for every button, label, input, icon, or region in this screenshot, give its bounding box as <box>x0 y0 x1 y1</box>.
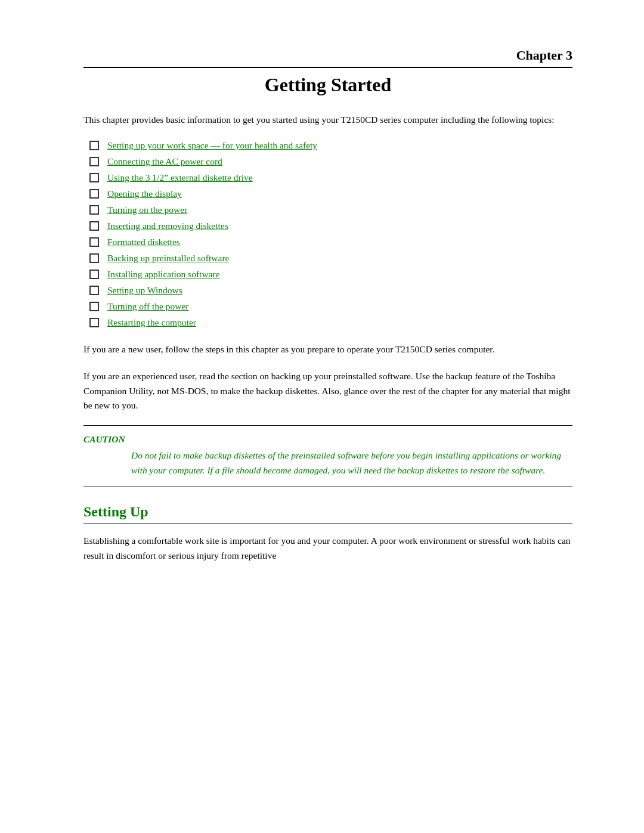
checkbox-icon <box>89 173 99 182</box>
toc-item: Setting up Windows <box>89 285 572 296</box>
toc-item: Formatted diskettes <box>89 237 572 247</box>
checkbox-icon <box>89 286 99 295</box>
toc-item: Turning on the power <box>89 205 572 215</box>
chapter-title: Getting Started <box>83 74 572 96</box>
chapter-label: Chapter 3 <box>83 48 572 68</box>
toc-item: Inserting and removing diskettes <box>89 221 572 231</box>
toc-link-11[interactable]: Restarting the computer <box>107 317 196 328</box>
checkbox-icon <box>89 253 99 263</box>
checkbox-icon <box>89 141 99 150</box>
toc-list: Setting up your work space — for your he… <box>89 140 572 328</box>
toc-link-7[interactable]: Backing up preinstalled software <box>107 253 229 264</box>
toc-link-0[interactable]: Setting up your work space — for your he… <box>107 140 317 151</box>
intro-paragraph: This chapter provides basic information … <box>83 113 572 127</box>
caution-block: CAUTION Do not fail to make backup diske… <box>83 425 572 487</box>
toc-link-5[interactable]: Inserting and removing diskettes <box>107 221 228 231</box>
toc-item: Backing up preinstalled software <box>89 253 572 264</box>
checkbox-icon <box>89 237 99 247</box>
checkbox-icon <box>89 157 99 166</box>
toc-item: Installing application software <box>89 269 572 280</box>
checkbox-icon <box>89 318 99 327</box>
toc-link-8[interactable]: Installing application software <box>107 269 220 280</box>
toc-link-10[interactable]: Turning off the power <box>107 301 188 312</box>
body-paragraph: If you are a new user, follow the steps … <box>83 342 572 357</box>
toc-item: Restarting the computer <box>89 317 572 328</box>
toc-item: Setting up your work space — for your he… <box>89 140 572 151</box>
toc-link-6[interactable]: Formatted diskettes <box>107 237 180 247</box>
toc-item: Opening the display <box>89 188 572 199</box>
section-title: Setting Up <box>83 504 572 524</box>
toc-link-2[interactable]: Using the 3 1/2” external diskette drive <box>107 172 253 183</box>
toc-link-1[interactable]: Connecting the AC power cord <box>107 156 222 167</box>
checkbox-icon <box>89 302 99 311</box>
checkbox-icon <box>89 189 99 199</box>
toc-item: Using the 3 1/2” external diskette drive <box>89 172 572 183</box>
section-body: Establishing a comfortable work site is … <box>83 534 572 563</box>
toc-link-4[interactable]: Turning on the power <box>107 205 187 215</box>
checkbox-icon <box>89 221 99 231</box>
caution-label: CAUTION <box>83 434 572 445</box>
toc-link-3[interactable]: Opening the display <box>107 188 182 199</box>
body-paragraphs: If you are a new user, follow the steps … <box>83 342 572 413</box>
toc-link-9[interactable]: Setting up Windows <box>107 285 182 296</box>
toc-item: Turning off the power <box>89 301 572 312</box>
toc-item: Connecting the AC power cord <box>89 156 572 167</box>
checkbox-icon <box>89 205 99 215</box>
caution-text: Do not fail to make backup diskettes of … <box>131 448 572 478</box>
checkbox-icon <box>89 270 99 279</box>
body-paragraph: If you are an experienced user, read the… <box>83 369 572 413</box>
